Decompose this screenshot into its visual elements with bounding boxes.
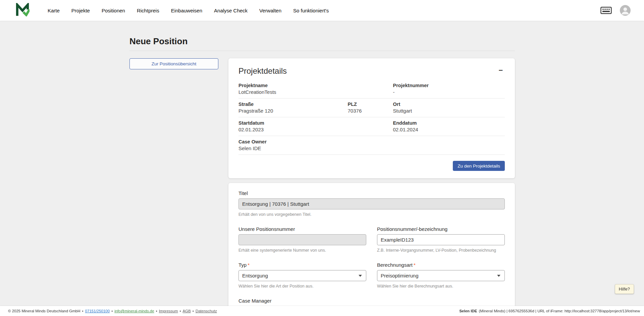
help-button[interactable]: Hilfe?	[615, 284, 634, 294]
session-details: (Mineral Minds) | 69576255536d | URL of …	[479, 309, 640, 313]
go-to-project-details-button[interactable]: Zu den Projektdetails	[453, 161, 505, 171]
typ-select-value: Entsorgung	[242, 273, 268, 278]
nav-item-analyse-check[interactable]: Analyse Check	[214, 8, 248, 13]
session-user: Selen IDE	[459, 309, 477, 313]
field-ort: Ort Stuttgart	[393, 102, 505, 114]
typ-helper: Wählen Sie hier die Art der Position aus…	[238, 284, 366, 289]
unsere-positionsnummer-helper: Erhält eine systemgenerierte Nummer von …	[238, 248, 366, 253]
berechnungsart-field: Berechnungsart* Preisoptimierung Wählen …	[377, 262, 505, 289]
unsere-positionsnummer-input	[238, 234, 366, 245]
projektnummer-label: Projektnummer	[393, 83, 505, 88]
positionsnummer-input[interactable]	[377, 234, 505, 245]
field-strasse: Straße Pragstraße 120	[238, 102, 348, 114]
nav-item-einbauweisen[interactable]: Einbauweisen	[171, 8, 202, 13]
field-projektname: Projektname LotCreationTests	[238, 83, 393, 95]
startdatum-label: Startdatum	[238, 120, 393, 126]
main-nav: Karte Projekte Positionen Richtpreis Ein…	[48, 8, 329, 13]
nav-item-verwalten[interactable]: Verwalten	[259, 8, 281, 13]
projektnummer-value: -	[393, 89, 505, 95]
positionsnummer-field: Positionsnummer/-bezeichnung Z.B. Intern…	[377, 226, 505, 253]
footer: © 2025 Mineral Minds Deutschland GmbH • …	[0, 306, 644, 316]
chevron-down-icon	[359, 275, 362, 277]
user-avatar-icon[interactable]	[620, 5, 631, 16]
impressum-link[interactable]: Impressum	[159, 309, 178, 313]
required-asterisk: *	[248, 262, 250, 268]
main-content: Neue Position Zur Positionsübersicht Pro…	[129, 21, 515, 316]
titel-helper: Erhält den von uns vorgegebenen Titel.	[238, 212, 505, 217]
field-case-owner: Case Owner Selen IDE	[238, 139, 505, 151]
required-asterisk: *	[414, 262, 416, 268]
berechnungsart-select[interactable]: Preisoptimierung	[377, 270, 505, 281]
separator-dot: •	[180, 309, 181, 313]
field-enddatum: Enddatum 02.01.2024	[393, 120, 505, 132]
startdatum-value: 02.01.2023	[238, 127, 393, 132]
collapse-button[interactable]: –	[497, 66, 505, 74]
typ-field: Typ* Entsorgung Wählen Sie hier die Art …	[238, 262, 366, 289]
titel-label: Titel	[238, 190, 505, 196]
unsere-positionsnummer-field: Unsere Positionsnummer Erhält eine syste…	[238, 226, 366, 253]
project-details-title: Projektdetails	[238, 66, 287, 76]
project-details-table: Projektname LotCreationTests Projektnumm…	[238, 80, 505, 155]
left-column: Zur Positionsübersicht	[129, 58, 218, 69]
typ-label: Typ*	[238, 262, 366, 268]
case-owner-value: Selen IDE	[238, 145, 505, 151]
project-details-card: Projektdetails – Projektname LotCreation…	[228, 58, 515, 178]
position-overview-button[interactable]: Zur Positionsübersicht	[129, 58, 218, 69]
separator-dot: •	[82, 309, 84, 313]
card-reader-icon[interactable]	[600, 7, 612, 14]
footer-left: © 2025 Mineral Minds Deutschland GmbH • …	[8, 309, 217, 313]
case-manager-label: Case Manager	[238, 298, 505, 304]
footer-session-info: Selen IDE (Mineral Minds) | 69576255536d…	[459, 309, 640, 313]
berechnungsart-label: Berechnungsart*	[377, 262, 505, 268]
separator-dot: •	[111, 309, 113, 313]
nav-item-so-funktionierts[interactable]: So funktioniert's	[293, 8, 329, 13]
nav-item-richtpreis[interactable]: Richtpreis	[137, 8, 159, 13]
ort-value: Stuttgart	[393, 108, 505, 114]
right-column: Projektdetails – Projektname LotCreation…	[228, 58, 515, 316]
brand-logo[interactable]	[15, 3, 30, 18]
enddatum-label: Enddatum	[393, 120, 505, 126]
projektname-value: LotCreationTests	[238, 89, 393, 95]
mineral-minds-logo-icon	[15, 3, 30, 18]
phone-link[interactable]: 07151/250100	[85, 309, 110, 313]
berechnungsart-helper: Wählen Sie hier die Berechnungsart aus.	[377, 284, 505, 289]
berechnungsart-select-value: Preisoptimierung	[381, 273, 419, 278]
strasse-label: Straße	[238, 102, 348, 107]
ort-label: Ort	[393, 102, 505, 107]
strasse-value: Pragstraße 120	[238, 108, 348, 114]
positionsnummer-helper: Z.B. Interne-Vorgangsnummer, LV-Position…	[377, 248, 505, 253]
new-position-form-card: Titel Erhält den von uns vorgegebenen Ti…	[228, 183, 515, 316]
nav-item-karte[interactable]: Karte	[48, 8, 60, 13]
plz-value: 70376	[348, 108, 393, 114]
positionsnummer-label: Positionsnummer/-bezeichnung	[377, 226, 505, 232]
datenschutz-link[interactable]: Datenschutz	[196, 309, 217, 313]
field-plz: PLZ 70376	[348, 102, 393, 114]
nav-item-positionen[interactable]: Positionen	[102, 8, 125, 13]
agb-link[interactable]: AGB	[183, 309, 191, 313]
separator-dot: •	[156, 309, 157, 313]
chevron-down-icon	[497, 275, 500, 277]
page-title: Neue Position	[129, 36, 515, 47]
nav-item-projekte[interactable]: Projekte	[71, 8, 90, 13]
enddatum-value: 02.01.2024	[393, 127, 505, 132]
copyright-text: © 2025 Mineral Minds Deutschland GmbH	[8, 309, 80, 313]
unsere-positionsnummer-label: Unsere Positionsnummer	[238, 226, 366, 232]
field-startdatum: Startdatum 02.01.2023	[238, 120, 393, 132]
titel-input	[238, 198, 505, 209]
separator-dot: •	[193, 309, 194, 313]
field-projektnummer: Projektnummer -	[393, 83, 505, 95]
title-divider	[129, 51, 515, 51]
plz-label: PLZ	[348, 102, 393, 107]
typ-select[interactable]: Entsorgung	[238, 270, 366, 281]
top-navigation-bar: Karte Projekte Positionen Richtpreis Ein…	[0, 0, 644, 21]
case-owner-label: Case Owner	[238, 139, 505, 144]
email-link[interactable]: info@mineral-minds.de	[114, 309, 154, 313]
projektname-label: Projektname	[238, 83, 393, 88]
topbar-right-icons	[600, 5, 631, 16]
